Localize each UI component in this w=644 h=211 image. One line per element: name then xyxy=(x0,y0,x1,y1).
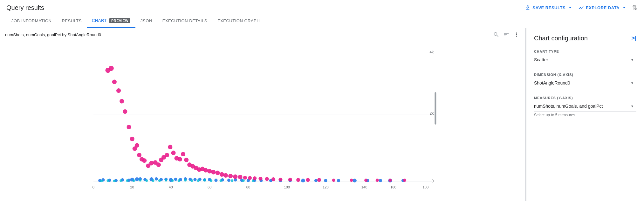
svg-text:2k: 2k xyxy=(429,111,434,116)
svg-point-118 xyxy=(220,172,224,177)
svg-point-52 xyxy=(301,179,305,182)
svg-point-97 xyxy=(149,161,154,165)
svg-point-128 xyxy=(271,177,275,181)
svg-point-67 xyxy=(139,179,141,181)
svg-point-65 xyxy=(126,179,128,182)
svg-point-137 xyxy=(376,179,379,182)
svg-point-125 xyxy=(253,176,257,180)
dimension-field: Dimension (x-axis) ShotAngleRound0 xyxy=(534,73,636,88)
scatter-chart: 4k 2k 0 0 20 40 60 80 100 120 140 xyxy=(0,44,522,199)
svg-point-121 xyxy=(233,174,237,179)
svg-point-64 xyxy=(120,179,122,182)
svg-point-131 xyxy=(296,178,300,182)
svg-point-75 xyxy=(190,179,193,182)
svg-point-139 xyxy=(403,179,406,182)
save-results-button[interactable]: SAVE RESULTS xyxy=(525,5,573,10)
svg-point-138 xyxy=(388,179,392,182)
tab-execution-details[interactable]: EXECUTION DETAILS xyxy=(157,15,212,28)
collapse-config-button[interactable]: >| xyxy=(631,35,636,42)
measures-select[interactable]: numShots, numGoals, and goalPct xyxy=(534,101,636,111)
svg-point-69 xyxy=(152,179,154,182)
more-options-icon[interactable] xyxy=(513,31,520,38)
svg-point-62 xyxy=(107,179,109,182)
svg-point-73 xyxy=(178,179,180,182)
svg-text:4k: 4k xyxy=(429,50,434,54)
tab-job-information[interactable]: JOB INFORMATION xyxy=(6,15,57,28)
svg-point-133 xyxy=(317,178,321,182)
dimension-label: Dimension (x-axis) xyxy=(534,73,636,77)
config-title: Chart configuration >| xyxy=(534,35,636,42)
main-content: numShots, numGoals, goalPct by ShotAngle… xyxy=(0,28,644,201)
svg-point-53 xyxy=(314,179,318,182)
svg-point-43 xyxy=(227,179,230,182)
chart-toolbar-actions xyxy=(493,31,520,38)
svg-point-129 xyxy=(278,178,282,181)
svg-point-29 xyxy=(155,177,158,180)
svg-text:60: 60 xyxy=(208,185,211,189)
svg-point-107 xyxy=(181,152,185,156)
svg-point-33 xyxy=(174,178,177,181)
svg-text:40: 40 xyxy=(169,185,173,189)
svg-point-114 xyxy=(203,168,208,173)
svg-point-122 xyxy=(238,175,242,179)
svg-point-116 xyxy=(211,170,216,174)
svg-text:80: 80 xyxy=(246,185,250,189)
svg-point-79 xyxy=(220,179,222,182)
dimension-select-wrapper: ShotAngleRound0 xyxy=(534,78,636,88)
svg-point-123 xyxy=(243,176,247,180)
svg-point-77 xyxy=(203,179,206,181)
svg-point-84 xyxy=(109,66,114,71)
svg-point-106 xyxy=(178,157,182,161)
svg-text:0: 0 xyxy=(92,185,94,189)
explore-icon xyxy=(578,5,584,10)
filter-icon[interactable] xyxy=(503,31,510,38)
svg-point-103 xyxy=(168,145,172,149)
svg-text:100: 100 xyxy=(284,185,290,189)
svg-point-119 xyxy=(223,173,228,178)
svg-point-136 xyxy=(364,179,367,182)
dimension-select[interactable]: ShotAngleRound0 xyxy=(534,78,636,88)
chart-type-select-wrapper: Scatter Line Bar Area Pie xyxy=(534,55,636,65)
svg-point-99 xyxy=(156,162,161,167)
measures-select-wrapper: numShots, numGoals, and goalPct xyxy=(534,101,636,112)
svg-point-124 xyxy=(248,176,252,180)
svg-point-58 xyxy=(379,179,382,182)
tab-results[interactable]: RESULTS xyxy=(57,15,87,28)
tab-chart[interactable]: CHART PREVIEW xyxy=(87,14,135,28)
svg-point-61 xyxy=(100,180,103,182)
svg-point-41 xyxy=(214,179,217,182)
svg-point-63 xyxy=(113,180,116,182)
svg-point-90 xyxy=(130,137,134,141)
svg-point-88 xyxy=(123,109,127,114)
svg-point-132 xyxy=(306,178,310,182)
svg-point-37 xyxy=(193,178,196,181)
explore-data-dropdown-icon xyxy=(621,5,627,10)
chart-type-select[interactable]: Scatter Line Bar Area Pie xyxy=(534,55,636,65)
svg-text:20: 20 xyxy=(130,185,134,189)
header: Query results SAVE RESULTS EXPLORE DATA … xyxy=(0,0,644,14)
tab-json[interactable]: JSON xyxy=(135,15,157,28)
svg-text:160: 160 xyxy=(390,185,396,189)
svg-point-86 xyxy=(116,88,121,93)
svg-point-134 xyxy=(332,179,335,182)
collapse-button[interactable]: ⇅ xyxy=(632,4,638,11)
svg-point-66 xyxy=(133,179,135,182)
explore-data-button[interactable]: EXPLORE DATA xyxy=(578,5,627,10)
svg-point-87 xyxy=(120,99,124,103)
chart-container: 4k 2k 0 0 20 40 60 80 100 120 140 xyxy=(0,41,525,201)
svg-point-70 xyxy=(158,179,161,182)
tab-execution-graph[interactable]: EXECUTION GRAPH xyxy=(212,15,265,28)
config-panel: Chart configuration >| Chart type Scatte… xyxy=(526,28,644,201)
search-icon[interactable] xyxy=(493,31,499,38)
preview-badge: PREVIEW xyxy=(109,18,130,23)
save-icon xyxy=(525,5,531,10)
svg-rect-7 xyxy=(435,92,436,124)
svg-point-135 xyxy=(350,179,353,182)
svg-point-85 xyxy=(112,80,117,84)
svg-point-120 xyxy=(228,174,233,178)
chart-type-field: Chart type Scatter Line Bar Area Pie xyxy=(534,50,636,65)
svg-text:0: 0 xyxy=(432,179,434,183)
svg-point-54 xyxy=(324,179,327,182)
chart-area: numShots, numGoals, goalPct by ShotAngle… xyxy=(0,28,525,201)
header-actions: SAVE RESULTS EXPLORE DATA ⇅ xyxy=(525,4,638,11)
